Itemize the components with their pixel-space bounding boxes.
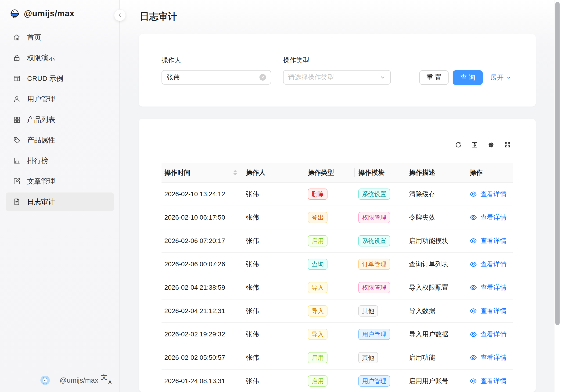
type-tag: 导入 [308, 282, 327, 293]
sidebar-item-permission[interactable]: 权限演示 [6, 49, 114, 67]
sidebar-item-label: 文章管理 [27, 177, 55, 186]
sidebar-item-users[interactable]: 用户管理 [6, 90, 114, 108]
column-header-desc: 操作描述 [405, 163, 463, 182]
query-button[interactable]: 查 询 [453, 70, 483, 85]
cell-user: 张伟 [242, 213, 304, 222]
cell-action: 查看详情 [463, 353, 513, 362]
cell-module: 其他 [355, 352, 405, 363]
fullscreen-icon[interactable] [504, 141, 511, 148]
view-detail-link[interactable]: 查看详情 [470, 353, 513, 362]
cell-time: 2026-02-10 13:24:12 [162, 191, 242, 198]
brand-title: @umijs/max [24, 9, 74, 19]
sorter-icon[interactable] [233, 170, 237, 175]
cell-type: 导入 [304, 305, 355, 317]
cell-type: 启用 [304, 235, 355, 246]
column-header-action: 操作 [463, 163, 513, 182]
cell-time: 2026-02-06 00:07:26 [162, 260, 242, 268]
type-tag: 登出 [308, 212, 327, 223]
cell-time: 2026-02-10 06:17:50 [162, 214, 242, 221]
type-tag: 启用 [308, 235, 327, 246]
cell-module: 用户管理 [355, 375, 405, 387]
cell-action: 查看详情 [463, 190, 513, 199]
avatar[interactable] [41, 376, 50, 385]
view-detail-link[interactable]: 查看详情 [470, 307, 513, 315]
sidebar-collapse-button[interactable] [114, 9, 126, 21]
cell-desc: 导入数据 [405, 307, 463, 315]
type-tag: 启用 [308, 375, 327, 387]
translate-icon[interactable]: 文A [101, 374, 111, 384]
view-detail-link[interactable]: 查看详情 [470, 330, 513, 339]
cell-module: 权限管理 [355, 212, 405, 223]
cell-module: 权限管理 [355, 282, 405, 293]
table-row: 2026-02-04 21:38:59 张伟 导入 权限管理 导入权限配置 查看… [162, 276, 513, 299]
translate-zh-glyph: 文 [101, 373, 107, 381]
view-detail-link[interactable]: 查看详情 [470, 213, 513, 222]
column-height-icon[interactable] [471, 141, 478, 148]
table-row: 2026-02-02 19:29:32 张伟 导入 用户管理 导入用户数据 查看… [162, 323, 513, 346]
chevron-down-icon [380, 74, 386, 80]
expand-link[interactable]: 展开 [490, 70, 511, 85]
sidebar-item-crud[interactable]: CRUD 示例 [6, 69, 114, 88]
table-row: 2026-02-04 21:12:31 张伟 导入 其他 导入数据 查看详情 [162, 299, 513, 323]
user-icon [13, 95, 21, 103]
table-toolbar [455, 141, 511, 148]
type-tag: 启用 [308, 352, 327, 363]
cell-time: 2026-02-02 05:50:57 [162, 354, 242, 361]
module-tag: 系统设置 [358, 189, 390, 200]
eye-icon [470, 377, 477, 385]
type-label: 操作类型 [283, 56, 309, 64]
sidebar-item-ranking[interactable]: 排行榜 [6, 151, 114, 170]
view-detail-link[interactable]: 查看详情 [470, 260, 513, 269]
chevron-down-icon [506, 75, 511, 80]
reload-icon[interactable] [455, 141, 462, 148]
cell-desc: 清除缓存 [405, 190, 463, 199]
brand[interactable]: @umijs/max [9, 8, 74, 20]
setting-icon[interactable] [488, 141, 495, 148]
cell-time: 2026-02-06 07:20:17 [162, 237, 242, 244]
caret-up-icon [233, 170, 237, 172]
page-title: 日志审计 [140, 11, 177, 21]
cell-module: 其他 [355, 305, 405, 317]
table-row: 2026-02-10 06:17:50 张伟 登出 权限管理 令牌失效 查看详情 [162, 206, 513, 229]
sidebar-item-label: 排行榜 [27, 156, 48, 166]
eye-icon [470, 307, 477, 315]
table-row: 2026-02-06 00:07:26 张伟 查询 订单管理 查询订单列表 查看… [162, 253, 513, 276]
cell-user: 张伟 [242, 283, 304, 292]
caret-down-icon [233, 173, 237, 175]
cell-type: 登出 [304, 212, 355, 223]
cell-time: 2026-02-04 21:12:31 [162, 307, 242, 315]
bar-chart-icon [13, 157, 21, 164]
page-scrollbar-thumb[interactable] [555, 2, 560, 325]
column-header-time[interactable]: 操作时间 [162, 163, 242, 182]
eye-icon [470, 284, 477, 291]
cell-action: 查看详情 [463, 330, 513, 339]
view-detail-link[interactable]: 查看详情 [470, 190, 513, 199]
expand-label: 展开 [490, 73, 504, 82]
module-tag: 其他 [358, 305, 378, 317]
cell-action: 查看详情 [463, 236, 513, 245]
sidebar-item-audit-log[interactable]: 日志审计 [6, 192, 114, 211]
home-icon [13, 34, 21, 41]
type-tag: 导入 [308, 329, 327, 340]
sidebar-item-home[interactable]: 首页 [6, 28, 114, 47]
sidebar-item-products[interactable]: 产品列表 [6, 110, 114, 129]
view-detail-link[interactable]: 查看详情 [470, 236, 513, 245]
eye-icon [470, 214, 477, 221]
column-header-type: 操作类型 [304, 163, 355, 182]
sidebar-item-attributes[interactable]: 产品属性 [6, 131, 114, 149]
cell-time: 2026-01-24 08:13:31 [162, 377, 242, 385]
eye-icon [470, 191, 477, 198]
cell-action: 查看详情 [463, 377, 513, 385]
type-select[interactable]: 请选择操作类型 [283, 70, 391, 85]
operator-label: 操作人 [162, 56, 181, 64]
operator-input[interactable]: 张伟 ✕ [162, 70, 271, 85]
eye-icon [470, 330, 477, 338]
reset-button[interactable]: 重 置 [419, 70, 449, 85]
sidebar-item-label: 产品列表 [27, 115, 55, 125]
sidebar-item-label: 日志审计 [27, 197, 55, 207]
sidebar-item-articles[interactable]: 文章管理 [6, 172, 114, 191]
view-detail-link[interactable]: 查看详情 [470, 377, 513, 385]
clear-icon[interactable]: ✕ [259, 74, 266, 81]
sidebar-divider [4, 27, 116, 27]
view-detail-link[interactable]: 查看详情 [470, 283, 513, 292]
